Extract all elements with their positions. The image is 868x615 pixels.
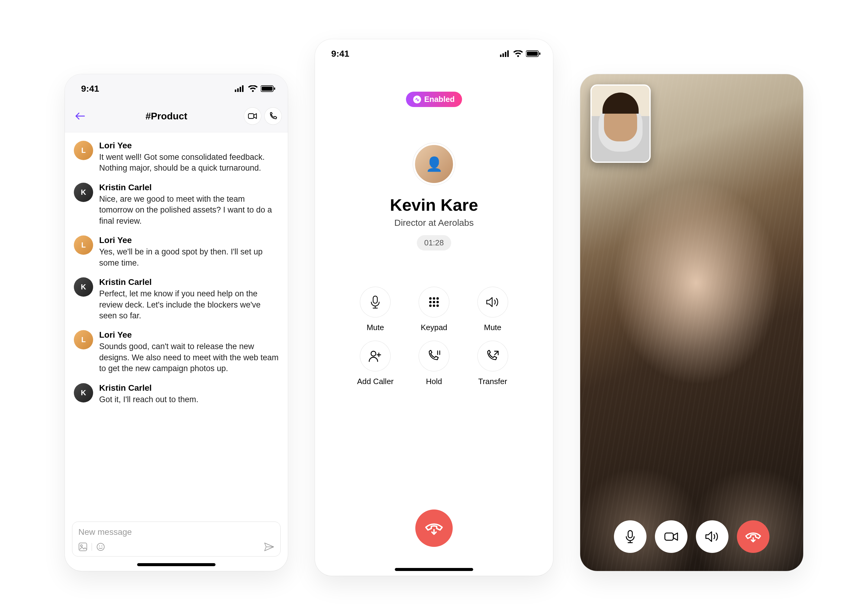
battery-icon	[261, 85, 275, 92]
message-item: L Lori Yee Yes, we'll be in a good spot …	[74, 236, 279, 268]
end-call-button[interactable]	[415, 509, 453, 547]
transfer-icon	[486, 350, 499, 362]
status-indicators	[235, 85, 275, 92]
call-controls: Mute Keypad Mute Add Caller Hold Transfe…	[353, 287, 515, 386]
svg-point-21	[429, 297, 432, 300]
message-composer[interactable]: New message	[72, 521, 281, 557]
start-video-call-button[interactable]	[244, 107, 261, 125]
message-item: K Kristin Carlel Got it, I'll reach out …	[74, 383, 279, 405]
svg-point-25	[433, 301, 435, 303]
enabled-badge: ∿ Enabled	[406, 92, 462, 107]
hold-icon	[428, 350, 440, 362]
speaker-icon	[486, 297, 499, 308]
separator	[92, 543, 92, 551]
svg-point-28	[433, 304, 435, 307]
keypad-button[interactable]: Keypad	[411, 287, 457, 332]
transfer-button[interactable]: Transfer	[470, 341, 515, 386]
toggle-video-button[interactable]	[655, 520, 687, 553]
mute-button[interactable]	[614, 520, 647, 553]
message-text: Sounds good, can't wait to release the n…	[99, 341, 279, 374]
svg-rect-5	[262, 86, 273, 91]
svg-rect-1	[237, 88, 239, 92]
attach-image-icon[interactable]	[78, 542, 87, 551]
end-call-button[interactable]	[737, 520, 770, 553]
back-button[interactable]	[71, 112, 89, 120]
svg-rect-18	[527, 52, 538, 56]
control-label: Add Caller	[353, 377, 398, 386]
wifi-icon	[248, 85, 258, 92]
svg-point-23	[436, 297, 439, 300]
hang-up-icon	[425, 520, 443, 536]
enabled-badge-icon: ∿	[413, 95, 421, 103]
message-text: Perfect, let me know if you need help on…	[99, 288, 279, 321]
hold-button[interactable]: Hold	[411, 341, 457, 386]
caller-subtitle: Director at Aerolabs	[315, 218, 553, 228]
add-person-icon	[369, 350, 382, 362]
voice-call-screen: 9:41 ∿ Enabled 👤 Kevin Kare Director at …	[315, 39, 553, 576]
svg-point-24	[429, 301, 432, 303]
svg-rect-31	[628, 531, 632, 538]
speaker-button[interactable]: Mute	[470, 287, 515, 332]
call-timer: 01:28	[417, 235, 451, 251]
avatar: L	[74, 330, 93, 350]
status-time: 9:41	[81, 84, 99, 94]
keypad-icon	[429, 297, 439, 308]
message-list[interactable]: L Lori Yee It went well! Got some consol…	[65, 132, 288, 405]
control-label: Transfer	[470, 377, 515, 386]
message-text: It went well! Got some consolidated feed…	[99, 151, 279, 174]
svg-rect-19	[539, 53, 541, 55]
home-indicator	[137, 563, 215, 566]
self-video-pip[interactable]	[591, 84, 651, 163]
message-text: Nice, are we good to meet with the team …	[99, 194, 279, 226]
svg-rect-15	[505, 52, 506, 57]
start-voice-call-button[interactable]	[264, 107, 282, 125]
self-video-face	[604, 102, 637, 141]
svg-rect-32	[665, 533, 673, 540]
mute-button[interactable]: Mute	[353, 287, 398, 332]
svg-rect-16	[507, 50, 509, 57]
message-author: Kristin Carlel	[99, 183, 279, 192]
svg-rect-14	[502, 53, 504, 57]
message-item: L Lori Yee It went well! Got some consol…	[74, 141, 279, 174]
control-label: Keypad	[411, 323, 457, 332]
svg-point-9	[81, 545, 82, 546]
add-caller-button[interactable]: Add Caller	[353, 341, 398, 386]
speaker-button[interactable]	[696, 520, 728, 553]
svg-rect-2	[240, 87, 241, 92]
svg-point-29	[436, 304, 439, 307]
message-input[interactable]: New message	[78, 527, 274, 537]
message-text: Yes, we'll be in a good spot by then. I'…	[99, 246, 279, 268]
svg-point-22	[433, 297, 435, 300]
chat-screen: 9:41 #Product L	[65, 74, 288, 571]
cellular-icon	[500, 50, 510, 57]
message-author: Lori Yee	[99, 330, 279, 340]
message-author: Kristin Carlel	[99, 277, 279, 287]
message-item: L Lori Yee Sounds good, can't wait to re…	[74, 330, 279, 374]
svg-rect-20	[373, 296, 377, 303]
status-bar: 9:41	[65, 74, 288, 103]
home-indicator	[395, 568, 473, 571]
avatar: K	[74, 183, 93, 202]
svg-point-12	[101, 546, 103, 546]
video-icon	[664, 531, 678, 542]
svg-point-27	[429, 304, 432, 307]
control-label: Mute	[353, 323, 398, 332]
speaker-icon	[705, 531, 719, 543]
avatar: K	[74, 383, 93, 403]
message-item: K Kristin Carlel Nice, are we good to me…	[74, 183, 279, 226]
svg-rect-13	[500, 55, 502, 57]
message-author: Lori Yee	[99, 236, 279, 245]
chat-header: #Product	[65, 103, 288, 132]
emoji-icon[interactable]	[96, 542, 105, 551]
svg-rect-3	[242, 85, 243, 92]
svg-rect-8	[79, 543, 87, 551]
send-icon[interactable]	[264, 542, 274, 551]
svg-point-30	[371, 351, 376, 356]
caller-avatar: 👤	[413, 143, 455, 185]
avatar: L	[74, 236, 93, 255]
avatar: L	[74, 141, 93, 160]
cellular-icon	[235, 85, 245, 92]
avatar: K	[74, 277, 93, 297]
svg-point-26	[436, 301, 439, 303]
wifi-icon	[513, 50, 523, 57]
